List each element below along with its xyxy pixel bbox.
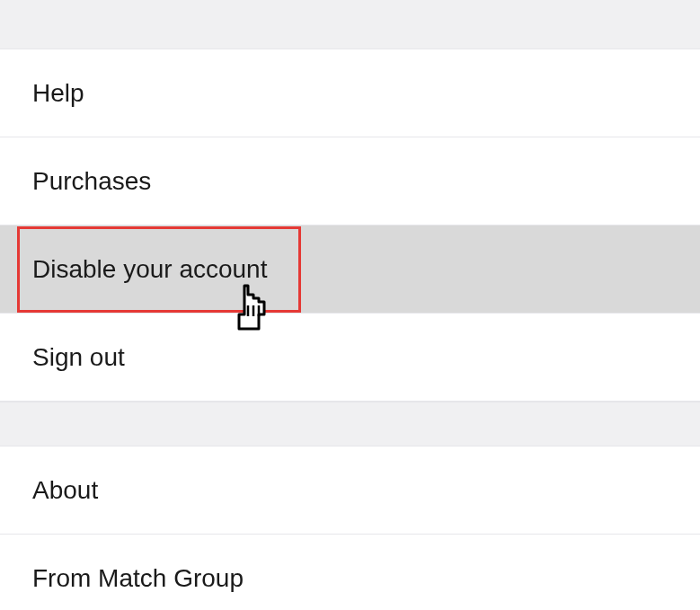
menu-item-label: From Match Group [32, 564, 244, 593]
menu-item-label: Disable your account [32, 255, 267, 284]
menu-item-label: About [32, 476, 98, 505]
menu-item-label: Help [32, 79, 84, 108]
menu-item-label: Sign out [32, 343, 125, 372]
menu-item-help[interactable]: Help [0, 49, 700, 137]
section-spacer-top [0, 0, 700, 49]
menu-item-purchases[interactable]: Purchases [0, 137, 700, 225]
menu-item-sign-out[interactable]: Sign out [0, 314, 700, 402]
menu-item-about[interactable]: About [0, 446, 700, 535]
menu-item-label: Purchases [32, 167, 151, 196]
section-spacer [0, 402, 700, 446]
menu-item-from-match-group[interactable]: From Match Group [0, 535, 700, 610]
settings-menu: Help Purchases Disable your account Sign… [0, 0, 700, 610]
menu-item-disable-account[interactable]: Disable your account [0, 225, 700, 314]
